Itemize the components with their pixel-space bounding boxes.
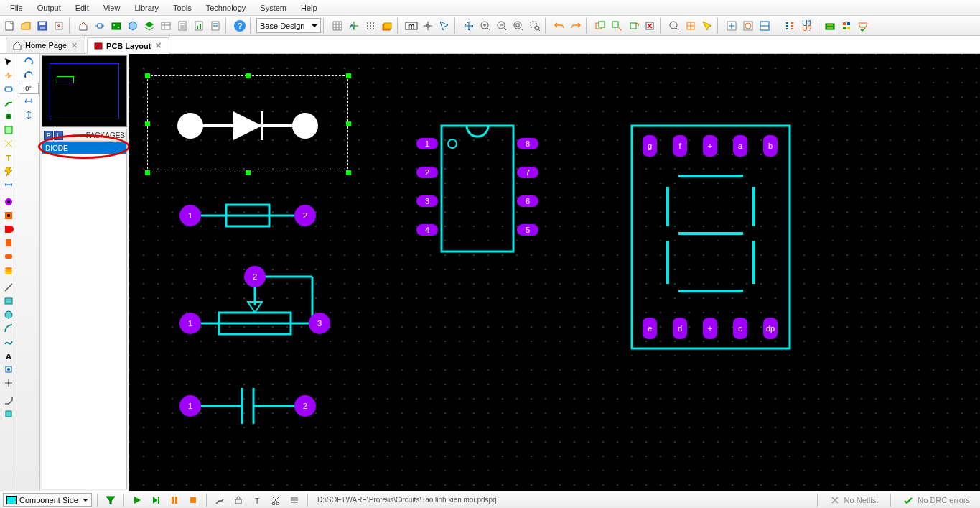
- dshape-pad-icon[interactable]: [1, 223, 16, 236]
- make-package-icon[interactable]: [683, 18, 699, 34]
- highlight-net-icon[interactable]: [1, 165, 16, 177]
- route-mode-icon[interactable]: [212, 492, 228, 508]
- packages-list[interactable]: DIODE: [42, 142, 127, 489]
- cursor-pos-icon[interactable]: [437, 18, 452, 34]
- stop-icon[interactable]: [185, 492, 201, 508]
- list-item[interactable]: DIODE: [42, 142, 126, 154]
- zoom-in-icon[interactable]: [477, 18, 493, 34]
- zoom-fit-icon[interactable]: [510, 18, 526, 34]
- toggle-polar-icon[interactable]: [740, 18, 756, 34]
- menu-help[interactable]: Help: [294, 1, 325, 14]
- toggle-grid-icon[interactable]: [330, 18, 345, 34]
- autoroute-icon[interactable]: [822, 18, 838, 34]
- close-icon[interactable]: ✕: [70, 41, 79, 50]
- selection-handle[interactable]: [246, 73, 251, 78]
- menu-file[interactable]: File: [3, 1, 30, 14]
- menu-edit[interactable]: Edit: [68, 1, 96, 14]
- import-icon[interactable]: [51, 18, 67, 34]
- block-rotate-icon[interactable]: [625, 18, 641, 34]
- symbol-2d-icon[interactable]: [1, 363, 16, 376]
- layers-icon[interactable]: [379, 18, 395, 34]
- package-mode-icon[interactable]: [1, 83, 16, 96]
- toggle-false-origin-icon[interactable]: [724, 18, 739, 34]
- path-2d-icon[interactable]: [1, 336, 16, 348]
- block-copy-icon[interactable]: [592, 18, 608, 34]
- undo-icon[interactable]: [551, 18, 567, 34]
- text-tool-icon[interactable]: T: [249, 492, 265, 508]
- design-explorer-icon[interactable]: [158, 18, 174, 34]
- tab-home[interactable]: Home Page ✕: [6, 37, 85, 53]
- diode-symbol[interactable]: [172, 108, 323, 144]
- toggle-xy-icon[interactable]: [757, 18, 773, 34]
- box-2d-icon[interactable]: [1, 295, 16, 308]
- toggle-origin-icon[interactable]: [346, 18, 362, 34]
- circle-2d-icon[interactable]: [1, 308, 16, 321]
- resistor-footprint[interactable]: 1 2: [176, 198, 319, 234]
- selection-handle[interactable]: [145, 170, 150, 175]
- schematic-icon[interactable]: [92, 18, 108, 34]
- metric-icon[interactable]: m: [403, 18, 419, 34]
- tab-pcb-layout[interactable]: PCB Layout ✕: [87, 37, 169, 54]
- autoplace-icon[interactable]: [839, 18, 854, 34]
- selection-handle[interactable]: [346, 170, 351, 175]
- menu-view[interactable]: View: [96, 1, 128, 14]
- snap-icon[interactable]: [363, 18, 378, 34]
- flip-v-icon[interactable]: [22, 108, 36, 121]
- smd-pad-icon[interactable]: [1, 250, 16, 263]
- design-select[interactable]: Base Design: [256, 18, 321, 33]
- menu-output[interactable]: Output: [30, 1, 68, 14]
- pcb-icon[interactable]: [108, 18, 124, 34]
- capacitor-footprint[interactable]: 1 2: [176, 381, 319, 431]
- trace-style-icon[interactable]: [1, 407, 16, 420]
- notes-icon[interactable]: [207, 18, 223, 34]
- selection-mode-icon[interactable]: [1, 55, 16, 68]
- track-mode-icon[interactable]: [1, 96, 16, 109]
- gerber-icon[interactable]: [141, 18, 157, 34]
- dip8-footprint[interactable]: 1 2 3 4 8 7 6 5: [413, 122, 542, 259]
- ratsnest-icon[interactable]: [1, 137, 16, 150]
- zoom-area-icon[interactable]: [527, 18, 543, 34]
- home-icon[interactable]: [75, 18, 91, 34]
- 3d-icon[interactable]: [125, 18, 141, 34]
- edge-pad-icon[interactable]: [1, 236, 16, 249]
- line-2d-icon[interactable]: [1, 281, 16, 294]
- library-icon[interactable]: L: [54, 131, 63, 140]
- padstack-icon[interactable]: [1, 264, 16, 277]
- pcb-canvas[interactable]: 1 2 1 3 2 1 2: [129, 54, 980, 491]
- pick-parts-icon[interactable]: P: [44, 131, 53, 140]
- pause-icon[interactable]: [167, 492, 182, 508]
- seven-segment-footprint[interactable]: g f + a b e d + c dp: [628, 122, 793, 352]
- run-icon[interactable]: [129, 492, 145, 508]
- bom-icon[interactable]: [174, 18, 190, 34]
- selection-handle[interactable]: [145, 121, 150, 126]
- step-icon[interactable]: [148, 492, 164, 508]
- layer-select[interactable]: Component Side: [3, 493, 92, 507]
- opts-icon[interactable]: [286, 492, 302, 508]
- block-delete-icon[interactable]: [642, 18, 658, 34]
- preview-window[interactable]: [42, 55, 127, 127]
- arc-2d-icon[interactable]: [1, 322, 16, 335]
- decompose-icon[interactable]: [699, 18, 715, 34]
- pick-icon[interactable]: [666, 18, 682, 34]
- lock-icon[interactable]: [230, 492, 246, 508]
- zone-mode-icon[interactable]: [1, 124, 16, 137]
- origin-set-icon[interactable]: [420, 18, 436, 34]
- marker-2d-icon[interactable]: [1, 377, 16, 389]
- text-2d-icon[interactable]: A: [1, 349, 16, 362]
- cut-icon[interactable]: [268, 492, 284, 508]
- assign-icon[interactable]: U1U?: [798, 18, 813, 34]
- save-icon[interactable]: [34, 18, 50, 34]
- menu-system[interactable]: System: [253, 1, 294, 14]
- menu-technology[interactable]: Technology: [199, 1, 253, 14]
- via-mode-icon[interactable]: [1, 110, 16, 123]
- potentiometer-footprint[interactable]: 1 3 2: [176, 262, 334, 341]
- selection-handle[interactable]: [346, 73, 351, 78]
- dimension-icon[interactable]: [1, 178, 16, 191]
- report-icon[interactable]: [191, 18, 207, 34]
- selection-handle[interactable]: [246, 170, 251, 175]
- square-pad-icon[interactable]: [1, 209, 16, 222]
- menu-tools[interactable]: Tools: [166, 1, 199, 14]
- rotation-input[interactable]: 0°: [19, 83, 39, 94]
- close-icon[interactable]: ✕: [154, 41, 163, 50]
- help-icon[interactable]: ?: [232, 18, 248, 34]
